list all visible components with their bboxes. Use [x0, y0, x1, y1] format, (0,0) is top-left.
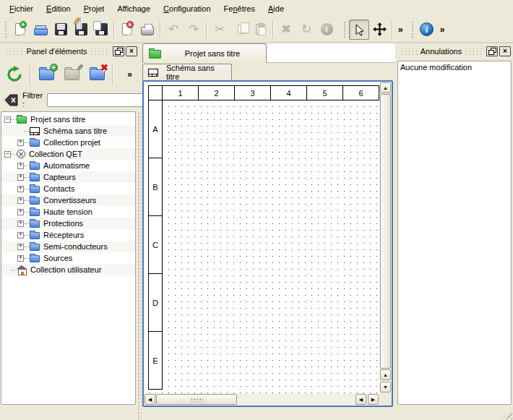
diagram-view[interactable]: 1 2 3 4 5 6 A B C D E ▲ ▲ [142, 80, 393, 407]
expander-icon[interactable]: + [17, 244, 24, 250]
pan-mode-button[interactable] [369, 20, 389, 40]
tree-item-haute-tension[interactable]: + Haute tension [1, 206, 135, 218]
tree-item-protections[interactable]: + Protections [1, 218, 135, 229]
scroll-right-button[interactable]: ▶ [368, 394, 379, 405]
tab-schema-sans-titre[interactable]: Schéma sans titre [142, 64, 232, 80]
expander-icon[interactable]: + [17, 163, 24, 169]
project-folder-icon [17, 116, 27, 124]
undo-icon: ↶ [168, 23, 178, 35]
vertical-scroll-thumb[interactable] [380, 94, 391, 369]
diagram-scene[interactable]: 1 2 3 4 5 6 A B C D E [144, 82, 379, 393]
grid-row-label: B [148, 158, 163, 216]
open-project-button[interactable] [30, 20, 51, 40]
reload-collections-button[interactable] [3, 63, 26, 86]
main-toolbar: ↶ ↷ ✂ ✖ ↻ i [0, 17, 513, 43]
clear-filter-button[interactable] [4, 94, 18, 106]
cut-button[interactable]: ✂ [210, 20, 230, 40]
toolbar-separator [206, 21, 207, 38]
filter-row: Filtrer : [0, 90, 139, 110]
filter-input[interactable] [47, 93, 155, 107]
menu-affichage[interactable]: Affichage [111, 2, 157, 15]
rotate-button[interactable]: ↻ [296, 20, 316, 40]
tree-item-projet[interactable]: − Projet sans titre [1, 113, 135, 125]
expander-icon[interactable]: + [17, 255, 24, 262]
save-as-button[interactable] [71, 20, 91, 40]
toolbar-handle[interactable] [410, 20, 415, 39]
delete-button[interactable]: ✖ [276, 20, 296, 40]
scroll-down-button[interactable]: ▼ [380, 382, 391, 393]
expander-icon[interactable]: + [17, 209, 24, 215]
tree-item-label: Capteurs [43, 173, 76, 181]
toolbar-overflow-button[interactable]: » [437, 25, 448, 35]
expander-icon[interactable]: + [17, 186, 24, 192]
toolbar-overflow-button[interactable]: » [395, 25, 406, 35]
dock-splitter[interactable] [137, 111, 142, 420]
folder-icon [30, 244, 40, 251]
save-button[interactable] [51, 20, 71, 40]
expander-icon[interactable]: − [4, 151, 11, 158]
float-panel-button[interactable] [113, 46, 124, 56]
expander-icon[interactable]: + [17, 232, 24, 239]
horizontal-scroll-track[interactable] [237, 393, 355, 406]
redo-button[interactable]: ↷ [184, 20, 204, 40]
expander-icon[interactable]: + [17, 174, 24, 181]
menu-configuration[interactable]: Configuration [157, 2, 217, 15]
expander-icon[interactable]: + [17, 140, 24, 146]
tree-item-automatisme[interactable]: + Automatisme [1, 160, 135, 171]
expander-icon[interactable]: + [17, 220, 24, 227]
vertical-scrollbar[interactable]: ▲ ▲ ▼ [379, 82, 392, 393]
tree-item-sources[interactable]: + Sources [1, 252, 135, 264]
tree-item-collection-utilisateur[interactable]: Collection utilisateur [1, 264, 135, 275]
save-all-icon [95, 23, 108, 35]
paste-button[interactable] [250, 20, 270, 40]
new-project-button[interactable] [10, 20, 30, 40]
delete-category-button[interactable] [85, 63, 108, 86]
tree-item-collection-qet[interactable]: − Collection QET [1, 148, 135, 160]
menu-projet[interactable]: Projet [77, 2, 111, 15]
toolbar-handle[interactable] [4, 20, 8, 39]
selection-mode-button[interactable] [349, 20, 369, 40]
print-button[interactable] [137, 20, 158, 40]
tree-item-capteurs[interactable]: + Capteurs [1, 171, 135, 183]
menu-aide[interactable]: Aide [262, 2, 290, 15]
element-info-button[interactable]: i [316, 20, 337, 40]
dock-title-texture [400, 48, 418, 55]
panel-toolbar-overflow-button[interactable]: » [124, 69, 135, 80]
horizontal-scroll-thumb[interactable] [156, 394, 237, 405]
scroll-left-button[interactable]: ◀ [355, 394, 366, 405]
toolbar-handle[interactable] [342, 20, 347, 39]
delete-icon: ✖ [281, 23, 291, 35]
tree-item-schema[interactable]: Schéma sans titre [1, 125, 135, 137]
copy-button[interactable] [230, 20, 250, 40]
scroll-left-button[interactable]: ◀ [145, 394, 155, 405]
undo-history-list[interactable]: Aucune modification [397, 61, 512, 405]
tree-item-collection-projet[interactable]: + Collection projet [1, 137, 135, 148]
project-area: Projet sans titre Schéma sans titre 1 2 … [142, 43, 395, 420]
tree-item-recepteurs[interactable]: + Récepteurs [1, 229, 135, 241]
about-info-button[interactable]: i [417, 20, 437, 40]
schema-tab-bar: Schéma sans titre [142, 63, 395, 80]
expander-icon[interactable]: + [17, 197, 24, 204]
menu-edition[interactable]: Édition [40, 2, 77, 15]
undo-button[interactable]: ↶ [163, 20, 184, 40]
menu-fenetres[interactable]: Fenêtres [217, 2, 262, 15]
scroll-up-button[interactable]: ▲ [380, 369, 391, 380]
horizontal-scrollbar[interactable]: ◀ ◀ ▶ [144, 393, 379, 406]
edit-category-button[interactable] [60, 63, 83, 86]
save-all-button[interactable] [91, 20, 111, 40]
scroll-up-button[interactable]: ▲ [380, 82, 391, 93]
new-category-button[interactable] [35, 63, 58, 86]
tree-item-label: Automatisme [43, 161, 90, 170]
close-file-button[interactable] [117, 20, 137, 40]
close-panel-button[interactable]: × [499, 46, 511, 56]
folder-icon [30, 163, 40, 170]
tree-item-label: Convertisseurs [43, 196, 96, 205]
expander-icon[interactable]: − [4, 116, 11, 123]
close-panel-button[interactable]: × [126, 46, 137, 56]
tree-item-contacts[interactable]: + Contacts [1, 183, 135, 194]
tree-item-semi-conducteurs[interactable]: + Semi-conducteurs [1, 241, 135, 252]
tree-item-convertisseurs[interactable]: + Convertisseurs [1, 194, 135, 206]
float-panel-button[interactable] [486, 46, 498, 56]
menu-fichier[interactable]: Fichier [3, 2, 40, 15]
tab-projet-sans-titre[interactable]: Projet sans titre [142, 43, 267, 63]
